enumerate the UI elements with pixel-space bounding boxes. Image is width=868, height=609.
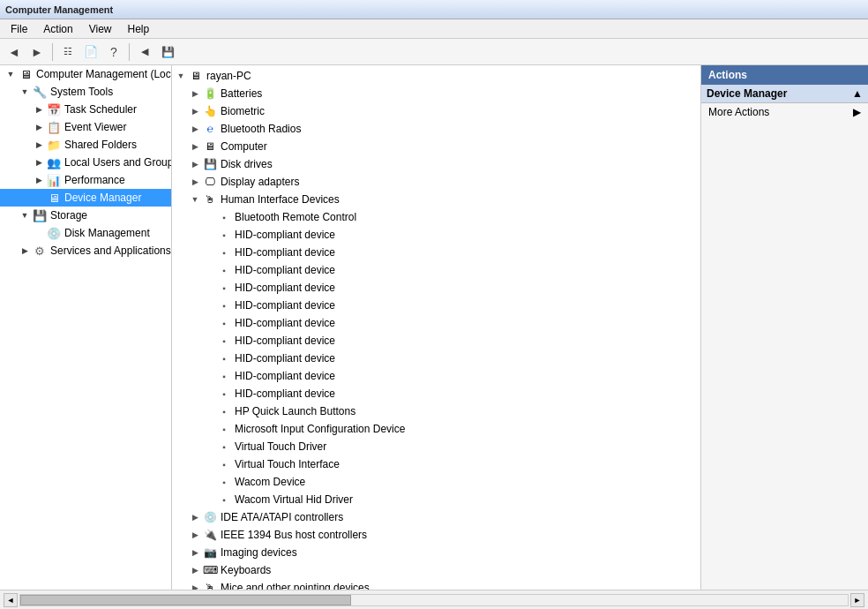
bluetooth-radios-expander[interactable]: ▶ bbox=[188, 124, 202, 133]
horizontal-scrollbar[interactable] bbox=[19, 594, 849, 606]
performance-expander[interactable]: ▶ bbox=[32, 176, 46, 184]
keyboards-expander[interactable]: ▶ bbox=[188, 566, 202, 575]
dev-hid6[interactable]: ▪HID-compliant device bbox=[172, 314, 700, 332]
disk-drives-expander[interactable]: ▶ bbox=[188, 160, 202, 169]
root-dev-expander[interactable]: ▼ bbox=[174, 71, 188, 80]
scroll-thumb[interactable] bbox=[20, 595, 351, 605]
dev-hid1[interactable]: ▪HID-compliant device bbox=[172, 226, 700, 244]
sidebar-item-event-viewer[interactable]: ▶ 📋 Event Viewer bbox=[0, 118, 171, 136]
forward-button[interactable]: ► bbox=[26, 41, 48, 63]
title-text: Computer Management bbox=[5, 4, 113, 15]
sidebar-item-performance[interactable]: ▶ 📊 Performance bbox=[0, 171, 171, 189]
show-hide-console-button[interactable]: ☷ bbox=[57, 41, 79, 63]
dev-ide-ata[interactable]: ▶ 💿 IDE ATA/ATAPI controllers bbox=[172, 508, 700, 526]
task-scheduler-expander[interactable]: ▶ bbox=[32, 105, 46, 114]
dev-virtual-touch-iface[interactable]: ▪Virtual Touch Interface bbox=[172, 455, 700, 473]
services-expander[interactable]: ▶ bbox=[18, 246, 32, 255]
actions-section-collapse-icon[interactable]: ▲ bbox=[852, 87, 863, 100]
actions-section-title[interactable]: Device Manager ▲ bbox=[701, 85, 868, 103]
dev-hp-quick[interactable]: ▪HP Quick Launch Buttons bbox=[172, 402, 700, 420]
properties-button[interactable]: 📄 bbox=[80, 41, 101, 63]
hp-icon: ▪ bbox=[216, 403, 232, 419]
hid8-icon: ▪ bbox=[216, 350, 232, 366]
dev-bt-remote[interactable]: ▪ Bluetooth Remote Control bbox=[172, 208, 700, 226]
action-pane-button[interactable]: ◀ bbox=[134, 41, 155, 63]
back-button[interactable]: ◄ bbox=[4, 41, 25, 63]
toolbar-separator-2 bbox=[129, 43, 130, 61]
dev-hid8[interactable]: ▪HID-compliant device bbox=[172, 350, 700, 367]
export-button[interactable]: 💾 bbox=[157, 41, 178, 63]
ieee-expander[interactable]: ▶ bbox=[188, 530, 202, 539]
menu-action[interactable]: Action bbox=[36, 21, 79, 37]
sidebar-item-disk-management[interactable]: 💿 Disk Management bbox=[0, 224, 171, 242]
batteries-label: Batteries bbox=[221, 87, 262, 100]
dev-disk-drives[interactable]: ▶ 💾 Disk drives bbox=[172, 155, 700, 173]
dev-display-adapters[interactable]: ▶ 🖵 Display adapters bbox=[172, 173, 700, 191]
scroll-right-button[interactable]: ► bbox=[850, 593, 864, 607]
disk-management-label: Disk Management bbox=[64, 227, 150, 239]
root-label: Computer Management (Local bbox=[36, 68, 172, 80]
hid3-icon: ▪ bbox=[216, 262, 232, 278]
sidebar-item-device-manager[interactable]: 🖥 Device Manager bbox=[0, 189, 171, 207]
scroll-left-button[interactable]: ◄ bbox=[4, 593, 18, 607]
sidebar-item-task-scheduler[interactable]: ▶ 📅 Task Scheduler bbox=[0, 101, 171, 118]
dev-hid7[interactable]: ▪HID-compliant device bbox=[172, 332, 700, 350]
event-viewer-expander[interactable]: ▶ bbox=[32, 123, 46, 132]
dev-hid5[interactable]: ▪HID-compliant device bbox=[172, 297, 700, 314]
more-actions-label: More Actions bbox=[708, 106, 769, 118]
imaging-icon: 📷 bbox=[202, 545, 218, 560]
services-icon: ⚙ bbox=[32, 243, 48, 259]
batteries-expander[interactable]: ▶ bbox=[188, 89, 202, 98]
dev-wacom[interactable]: ▪Wacom Device bbox=[172, 473, 700, 491]
display-adapters-label: Display adapters bbox=[221, 176, 299, 188]
mice-label: Mice and other pointing devices bbox=[221, 582, 370, 590]
dev-computer[interactable]: ▶ 🖥 Computer bbox=[172, 138, 700, 155]
dev-ms-input[interactable]: ▪Microsoft Input Configuration Device bbox=[172, 420, 700, 438]
computer-expander[interactable]: ▶ bbox=[188, 142, 202, 151]
dev-hid4[interactable]: ▪HID-compliant device bbox=[172, 279, 700, 297]
imaging-expander[interactable]: ▶ bbox=[188, 548, 202, 557]
keyboards-label: Keyboards bbox=[221, 564, 271, 576]
sidebar-item-storage[interactable]: ▼ 💾 Storage bbox=[0, 207, 171, 224]
storage-expander[interactable]: ▼ bbox=[18, 211, 32, 220]
dev-ieee1394[interactable]: ▶ 🔌 IEEE 1394 Bus host controllers bbox=[172, 526, 700, 544]
system-tools-expander[interactable]: ▼ bbox=[18, 87, 32, 96]
more-actions-item[interactable]: More Actions ▶ bbox=[701, 103, 868, 121]
dev-wacom-virtual[interactable]: ▪Wacom Virtual Hid Driver bbox=[172, 491, 700, 508]
sidebar-item-services-applications[interactable]: ▶ ⚙ Services and Applications bbox=[0, 242, 171, 259]
device-root[interactable]: ▼ 🖥 rayan-PC bbox=[172, 67, 700, 85]
menu-help[interactable]: Help bbox=[121, 21, 157, 37]
dev-hid3[interactable]: ▪HID-compliant device bbox=[172, 261, 700, 279]
dev-mice[interactable]: ▶ 🖱 Mice and other pointing devices bbox=[172, 579, 700, 590]
local-users-expander[interactable]: ▶ bbox=[32, 158, 46, 167]
shared-folders-expander[interactable]: ▶ bbox=[32, 140, 46, 149]
hid2-icon: ▪ bbox=[216, 244, 232, 260]
sidebar-item-shared-folders[interactable]: ▶ 📁 Shared Folders bbox=[0, 136, 171, 154]
dev-biometric[interactable]: ▶ 👆 Biometric bbox=[172, 102, 700, 120]
dev-keyboards[interactable]: ▶ ⌨ Keyboards bbox=[172, 561, 700, 579]
toolbar: ◄ ► ☷ 📄 ? ◀ 💾 bbox=[0, 39, 868, 65]
biometric-label: Biometric bbox=[221, 105, 265, 117]
computer-icon: 🖥 bbox=[18, 66, 34, 82]
ide-expander[interactable]: ▶ bbox=[188, 513, 202, 522]
hid-expander[interactable]: ▼ bbox=[188, 195, 202, 204]
display-adapters-expander[interactable]: ▶ bbox=[188, 177, 202, 186]
sidebar-item-system-tools[interactable]: ▼ 🔧 System Tools bbox=[0, 83, 171, 101]
dev-virtual-touch-driver[interactable]: ▪Virtual Touch Driver bbox=[172, 438, 700, 455]
dev-imaging[interactable]: ▶ 📷 Imaging devices bbox=[172, 544, 700, 561]
tree-root[interactable]: ▼ 🖥 Computer Management (Local bbox=[0, 65, 171, 83]
dev-hid10[interactable]: ▪HID-compliant device bbox=[172, 385, 700, 402]
dev-bluetooth-radios[interactable]: ▶ ℮ Bluetooth Radios bbox=[172, 120, 700, 138]
dev-hid2[interactable]: ▪HID-compliant device bbox=[172, 244, 700, 261]
mice-expander[interactable]: ▶ bbox=[188, 583, 202, 590]
root-expander[interactable]: ▼ bbox=[4, 70, 18, 79]
menu-file[interactable]: File bbox=[4, 21, 34, 37]
dev-hid9[interactable]: ▪HID-compliant device bbox=[172, 367, 700, 385]
sidebar-item-local-users[interactable]: ▶ 👥 Local Users and Groups bbox=[0, 154, 171, 171]
dev-hid[interactable]: ▼ 🖱 Human Interface Devices bbox=[172, 191, 700, 208]
menu-view[interactable]: View bbox=[82, 21, 119, 37]
device-tree: ▼ 🖥 rayan-PC ▶ 🔋 Batteries ▶ 👆 Biometric… bbox=[172, 65, 700, 590]
biometric-expander[interactable]: ▶ bbox=[188, 107, 202, 116]
dev-batteries[interactable]: ▶ 🔋 Batteries bbox=[172, 85, 700, 102]
help-button[interactable]: ? bbox=[103, 41, 124, 63]
